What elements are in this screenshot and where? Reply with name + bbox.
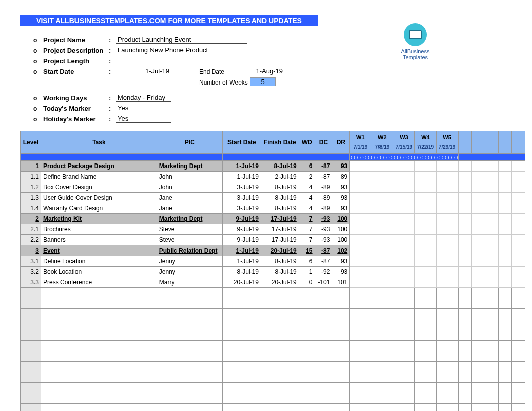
cell[interactable]: -93	[315, 235, 332, 245]
table-empty-row[interactable]	[21, 298, 525, 309]
cell[interactable]: 1-Jul-19	[223, 172, 261, 182]
table-group-row[interactable]: 3EventPublic Relation Dept1-Jul-1920-Jul…	[21, 245, 525, 256]
cell[interactable]: 1.1	[21, 172, 41, 182]
cell[interactable]: 1.2	[21, 182, 41, 193]
cell[interactable]: -87	[315, 161, 332, 172]
cell[interactable]: 2.1	[21, 224, 41, 235]
cell[interactable]: 1	[21, 161, 41, 172]
cell[interactable]: 3	[21, 245, 41, 256]
cell[interactable]: 0	[299, 277, 315, 288]
cell[interactable]: 1	[299, 267, 315, 277]
cell[interactable]: 8-Jul-19	[261, 203, 299, 214]
cell[interactable]: -92	[315, 267, 332, 277]
table-group-row[interactable]: 1Product Package DesignMarketing Dept1-J…	[21, 161, 525, 172]
cell[interactable]: 7	[299, 235, 315, 245]
cell[interactable]: 9-Jul-19	[223, 224, 261, 235]
cell[interactable]: Marry	[157, 277, 222, 288]
cell[interactable]: 2-Jul-19	[261, 172, 299, 182]
cell[interactable]: Jenny	[157, 267, 222, 277]
table-empty-row[interactable]	[21, 288, 525, 298]
cell[interactable]: Steve	[157, 235, 222, 245]
cell[interactable]: 9-Jul-19	[223, 214, 261, 224]
table-empty-row[interactable]	[21, 372, 525, 383]
cell[interactable]: Jenny	[157, 256, 222, 267]
cell[interactable]: Steve	[157, 224, 222, 235]
cell[interactable]: 2.2	[21, 235, 41, 245]
cell[interactable]: -89	[315, 203, 332, 214]
table-row[interactable]: 1.1Define Brand NameJohn1-Jul-192-Jul-19…	[21, 172, 525, 182]
cell[interactable]: 93	[332, 193, 350, 203]
cell[interactable]: 4	[299, 203, 315, 214]
cell[interactable]: 8-Jul-19	[261, 267, 299, 277]
cell[interactable]: 8-Jul-19	[261, 193, 299, 203]
cell[interactable]: -101	[315, 277, 332, 288]
cell[interactable]: 3-Jul-19	[223, 203, 261, 214]
cell[interactable]: Jane	[157, 193, 222, 203]
cell[interactable]: 1.4	[21, 203, 41, 214]
cell[interactable]: 20-Jul-19	[223, 277, 261, 288]
table-row[interactable]: 2.2BannersSteve9-Jul-1917-Jul-197-93100	[21, 235, 525, 245]
start-date-input[interactable]: 1-Jul-19	[116, 67, 171, 75]
cell[interactable]: -87	[315, 172, 332, 182]
cell[interactable]: Define Location	[41, 256, 157, 267]
cell[interactable]: 100	[332, 224, 350, 235]
table-empty-row[interactable]	[21, 404, 525, 412]
project-name-input[interactable]: Product Launching Event	[116, 36, 247, 44]
cell[interactable]: 1-Jul-19	[223, 161, 261, 172]
cell[interactable]: 20-Jul-19	[261, 245, 299, 256]
cell[interactable]: 8-Jul-19	[261, 182, 299, 193]
cell[interactable]: 102	[332, 245, 350, 256]
cell[interactable]: Define Brand Name	[41, 172, 157, 182]
cell[interactable]: -87	[315, 245, 332, 256]
cell[interactable]: 3.1	[21, 256, 41, 267]
cell[interactable]: -89	[315, 182, 332, 193]
cell[interactable]: 93	[332, 267, 350, 277]
table-empty-row[interactable]	[21, 341, 525, 351]
cell[interactable]: Product Package Design	[41, 161, 157, 172]
cell[interactable]: Brochures	[41, 224, 157, 235]
cell[interactable]: 1.3	[21, 193, 41, 203]
cell[interactable]: 3.3	[21, 277, 41, 288]
cell[interactable]: 4	[299, 193, 315, 203]
cell[interactable]: 93	[332, 182, 350, 193]
cell[interactable]: 93	[332, 203, 350, 214]
cell[interactable]: -87	[315, 256, 332, 267]
working-days-input[interactable]: Monday - Friday	[116, 94, 171, 102]
cell[interactable]: Warranty Card Design	[41, 203, 157, 214]
table-empty-row[interactable]	[21, 319, 525, 330]
holiday-marker-input[interactable]: Yes	[116, 115, 171, 123]
table-row[interactable]: 3.1Define LocationJenny1-Jul-198-Jul-196…	[21, 256, 525, 267]
cell[interactable]: Public Relation Dept	[157, 245, 222, 256]
cell[interactable]: 8-Jul-19	[261, 161, 299, 172]
cell[interactable]: Press Conference	[41, 277, 157, 288]
cell[interactable]: 1-Jul-19	[223, 245, 261, 256]
table-row[interactable]: 1.4Warranty Card DesignJane3-Jul-198-Jul…	[21, 203, 525, 214]
table-empty-row[interactable]	[21, 309, 525, 319]
cell[interactable]: 20-Jul-19	[261, 277, 299, 288]
cell[interactable]: 3.2	[21, 267, 41, 277]
table-row[interactable]: 1.2Box Cover DesignJohn3-Jul-198-Jul-194…	[21, 182, 525, 193]
cell[interactable]: 8-Jul-19	[261, 256, 299, 267]
table-row[interactable]: 1.3User Guide Cover DesignJane3-Jul-198-…	[21, 193, 525, 203]
cell[interactable]: 6	[299, 256, 315, 267]
cell[interactable]: 2	[21, 214, 41, 224]
cell[interactable]: Banners	[41, 235, 157, 245]
cell[interactable]: -89	[315, 193, 332, 203]
cell[interactable]: 3-Jul-19	[223, 182, 261, 193]
table-row[interactable]: 3.3Press ConferenceMarry20-Jul-1920-Jul-…	[21, 277, 525, 288]
cell[interactable]: 17-Jul-19	[261, 214, 299, 224]
cell[interactable]: John	[157, 182, 222, 193]
cell[interactable]: 8-Jul-19	[223, 267, 261, 277]
cell[interactable]: User Guide Cover Design	[41, 193, 157, 203]
cell[interactable]: 2	[299, 172, 315, 182]
header-link[interactable]: VISIT ALLBUSINESSTEMPLATES.COM FOR MORE …	[20, 15, 318, 26]
cell[interactable]: 1-Jul-19	[223, 256, 261, 267]
today-marker-input[interactable]: Yes	[116, 104, 171, 112]
cell[interactable]: 9-Jul-19	[223, 235, 261, 245]
cell[interactable]: Marketing Dept	[157, 161, 222, 172]
cell[interactable]: 7	[299, 224, 315, 235]
cell[interactable]: 4	[299, 182, 315, 193]
cell[interactable]: Event	[41, 245, 157, 256]
cell[interactable]: John	[157, 172, 222, 182]
cell[interactable]: 101	[332, 277, 350, 288]
